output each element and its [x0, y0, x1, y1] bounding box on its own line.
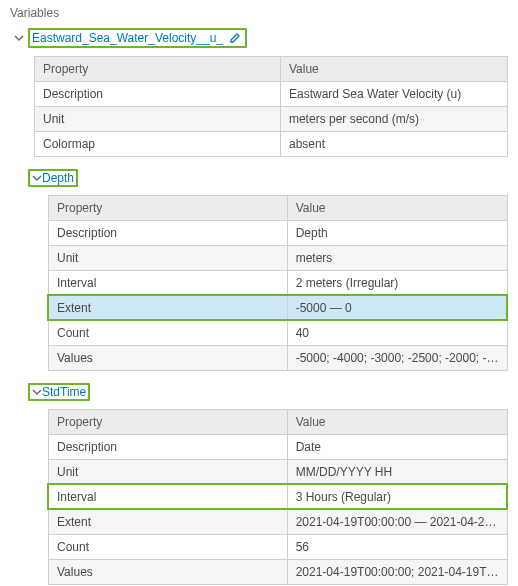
chevron-down-icon[interactable]: [32, 387, 42, 397]
depth-title-highlight: Depth: [28, 169, 78, 187]
chevron-down-icon[interactable]: [32, 173, 42, 183]
cell-property: Unit: [35, 107, 281, 132]
table-row[interactable]: Values-5000; -4000; -3000; -2500; -2000;…: [49, 346, 508, 371]
cell-property: Description: [49, 221, 288, 246]
cell-value: absent: [280, 132, 507, 157]
panel-title: Variables: [10, 6, 508, 20]
table-row[interactable]: Extent-5000 — 0: [49, 296, 508, 321]
section-main-variable: Eastward_Sea_Water_Velocity__u_ Property…: [10, 26, 508, 157]
cell-property: Unit: [49, 460, 288, 485]
header-property[interactable]: Property: [49, 410, 288, 435]
table-header-row: Property Value: [49, 196, 508, 221]
cell-property: Count: [49, 535, 288, 560]
main-variable-table: Property Value DescriptionEastward Sea W…: [34, 56, 508, 157]
header-value[interactable]: Value: [287, 410, 507, 435]
stdtime-title[interactable]: StdTime: [42, 385, 86, 399]
table-row[interactable]: DescriptionDate: [49, 435, 508, 460]
table-row[interactable]: Extent2021-04-19T00:00:00 — 2021-04-25T2…: [49, 510, 508, 535]
cell-property: Interval: [49, 485, 288, 510]
cell-value: 56: [287, 535, 507, 560]
stdtime-title-highlight: StdTime: [28, 383, 90, 401]
cell-value: 40: [287, 321, 507, 346]
cell-property: Extent: [49, 296, 288, 321]
table-row[interactable]: Interval3 Hours (Regular): [49, 485, 508, 510]
cell-value: 3 Hours (Regular): [287, 485, 507, 510]
header-property[interactable]: Property: [49, 196, 288, 221]
cell-value: -5000 — 0: [287, 296, 507, 321]
table-row[interactable]: DescriptionDepth: [49, 221, 508, 246]
header-value[interactable]: Value: [280, 57, 507, 82]
stdtime-table: Property Value DescriptionDateUnitMM/DD/…: [48, 409, 508, 585]
cell-property: Description: [49, 435, 288, 460]
depth-title[interactable]: Depth: [42, 171, 74, 185]
cell-value: meters: [287, 246, 507, 271]
section-depth: Depth Property Value DescriptionDepthUni…: [24, 167, 508, 371]
depth-table: Property Value DescriptionDepthUnitmeter…: [48, 195, 508, 371]
section-stdtime: StdTime Property Value DescriptionDateUn…: [24, 381, 508, 585]
cell-value: 2 meters (Irregular): [287, 271, 507, 296]
cell-value: 2021-04-19T00:00:00 — 2021-04-25T21:00:0…: [287, 510, 507, 535]
cell-property: Interval: [49, 271, 288, 296]
cell-property: Count: [49, 321, 288, 346]
table-row[interactable]: UnitMM/DD/YYYY HH: [49, 460, 508, 485]
cell-value: MM/DD/YYYY HH: [287, 460, 507, 485]
table-header-row: Property Value: [49, 410, 508, 435]
table-row[interactable]: Values2021-04-19T00:00:00; 2021-04-19T03…: [49, 560, 508, 585]
table-row[interactable]: DescriptionEastward Sea Water Velocity (…: [35, 82, 508, 107]
cell-property: Description: [35, 82, 281, 107]
cell-property: Colormap: [35, 132, 281, 157]
table-header-row: Property Value: [35, 57, 508, 82]
table-row[interactable]: Unitmeters: [49, 246, 508, 271]
variable-name[interactable]: Eastward_Sea_Water_Velocity__u_: [32, 31, 223, 45]
table-row[interactable]: Count40: [49, 321, 508, 346]
cell-value: Date: [287, 435, 507, 460]
table-row[interactable]: Interval2 meters (Irregular): [49, 271, 508, 296]
chevron-down-icon[interactable]: [14, 33, 24, 43]
cell-property: Values: [49, 560, 288, 585]
cell-property: Extent: [49, 510, 288, 535]
cell-value: -5000; -4000; -3000; -2500; -2000; -1500…: [287, 346, 507, 371]
cell-value: meters per second (m/s): [280, 107, 507, 132]
cell-value: 2021-04-19T00:00:00; 2021-04-19T03:00:00…: [287, 560, 507, 585]
table-row[interactable]: Unitmeters per second (m/s): [35, 107, 508, 132]
pencil-icon[interactable]: [229, 32, 241, 44]
cell-value: Depth: [287, 221, 507, 246]
cell-property: Values: [49, 346, 288, 371]
table-row[interactable]: Count56: [49, 535, 508, 560]
table-row[interactable]: Colormapabsent: [35, 132, 508, 157]
variable-name-highlight: Eastward_Sea_Water_Velocity__u_: [28, 28, 247, 48]
header-property[interactable]: Property: [35, 57, 281, 82]
cell-property: Unit: [49, 246, 288, 271]
header-value[interactable]: Value: [287, 196, 507, 221]
cell-value: Eastward Sea Water Velocity (u): [280, 82, 507, 107]
